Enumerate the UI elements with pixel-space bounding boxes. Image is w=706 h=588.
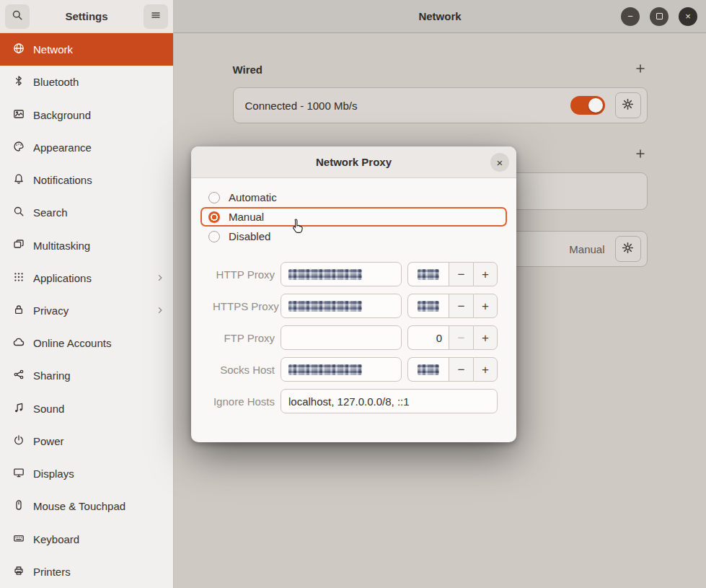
decrement-button[interactable]: −	[449, 262, 473, 286]
sidebar-item-label: Keyboard	[33, 533, 164, 545]
ignore-hosts-input[interactable]: localhost, 127.0.0.0/8, ::1	[281, 389, 498, 413]
sidebar-item-label: Online Accounts	[33, 337, 164, 349]
wired-settings-button[interactable]	[615, 92, 641, 118]
radio-disabled[interactable]: Disabled	[200, 227, 507, 246]
plus-icon	[635, 63, 646, 76]
wired-section-title: Wired	[233, 63, 263, 76]
sidebar-item-online-accounts[interactable]: Online Accounts	[0, 327, 173, 359]
redacted-host-value	[288, 269, 362, 280]
http-port-value[interactable]	[407, 262, 449, 286]
http-port-spinner: − +	[407, 262, 498, 286]
chevron-right-icon	[156, 273, 164, 282]
http-proxy-input[interactable]	[281, 262, 402, 286]
toggle-knob	[588, 98, 603, 113]
https-proxy-input[interactable]	[281, 294, 402, 318]
plus-icon	[635, 148, 646, 162]
decrement-button[interactable]: −	[449, 357, 473, 382]
increment-button[interactable]: +	[473, 294, 498, 318]
sidebar-item-sound[interactable]: Sound	[0, 392, 173, 425]
sidebar-item-power[interactable]: Power	[0, 425, 173, 457]
proxy-settings-button[interactable]	[615, 236, 641, 262]
app-grid-icon	[13, 271, 25, 285]
chevron-right-icon	[156, 306, 164, 315]
cloud-icon	[13, 336, 25, 350]
mouse-icon	[13, 499, 25, 513]
sidebar-item-network[interactable]: Network	[0, 33, 173, 66]
field-label: Socks Host	[213, 364, 275, 376]
add-wired-connection-button[interactable]	[633, 61, 648, 78]
sidebar-item-keyboard[interactable]: Keyboard	[0, 523, 173, 556]
ftp-proxy-row: FTP Proxy 0 − +	[213, 325, 495, 350]
decrement-button[interactable]: −	[449, 294, 473, 318]
close-button[interactable]: ×	[679, 7, 697, 26]
sidebar-item-label: Mouse & Touchpad	[33, 500, 164, 512]
dialog-header: Network Proxy ×	[191, 146, 516, 178]
radio-label: Automatic	[229, 191, 277, 203]
socks-host-input[interactable]	[281, 357, 402, 382]
sidebar-item-sharing[interactable]: Sharing	[0, 359, 173, 392]
sidebar-item-label: Applications	[33, 272, 147, 284]
maximize-button[interactable]	[650, 7, 669, 26]
radio-icon	[208, 231, 220, 242]
keyboard-icon	[13, 532, 25, 546]
sidebar-item-bluetooth[interactable]: Bluetooth	[0, 66, 173, 98]
https-port-value[interactable]	[407, 294, 449, 318]
sidebar-item-search[interactable]: Search	[0, 196, 173, 229]
share-icon	[13, 369, 25, 382]
power-icon	[13, 434, 25, 448]
sidebar-item-privacy[interactable]: Privacy	[0, 294, 173, 327]
redacted-port-value	[418, 269, 439, 280]
main-headerbar: Network − ×	[174, 0, 706, 33]
settings-title: Settings	[34, 10, 139, 22]
increment-button[interactable]: +	[473, 325, 498, 350]
sidebar-item-label: Sharing	[33, 369, 164, 382]
decrement-button[interactable]: −	[449, 325, 473, 350]
appearance-icon	[13, 141, 25, 154]
sidebar-item-label: Printers	[33, 566, 164, 578]
wired-toggle[interactable]	[570, 96, 605, 115]
sidebar-item-label: Displays	[33, 468, 164, 480]
sidebar-item-displays[interactable]: Displays	[0, 457, 173, 490]
hamburger-icon	[150, 9, 162, 23]
https-proxy-row: HTTPS Proxy − +	[213, 294, 495, 318]
menu-button[interactable]	[144, 4, 168, 29]
wired-section: Wired Connected - 1000 Mb/s	[233, 61, 648, 123]
field-label: HTTP Proxy	[213, 268, 275, 281]
close-icon: ×	[497, 157, 503, 168]
minimize-icon: −	[627, 12, 633, 21]
sidebar-item-mouse-touchpad[interactable]: Mouse & Touchpad	[0, 490, 173, 522]
add-vpn-button[interactable]	[633, 146, 648, 163]
search-button[interactable]	[5, 4, 30, 29]
wired-connection-row: Connected - 1000 Mb/s	[233, 87, 648, 123]
sidebar-item-label: Privacy	[33, 304, 147, 317]
https-port-spinner: − +	[407, 294, 498, 318]
radio-automatic[interactable]: Automatic	[200, 188, 507, 207]
gear-icon	[622, 98, 634, 113]
sidebar-item-applications[interactable]: Applications	[0, 262, 173, 294]
radio-manual[interactable]: Manual	[200, 207, 507, 227]
sidebar-item-label: Background	[33, 109, 164, 121]
background-icon	[13, 108, 25, 122]
sidebar-item-label: Search	[33, 206, 164, 219]
proxy-mode-value: Manual	[569, 243, 604, 255]
increment-button[interactable]: +	[473, 262, 498, 286]
dialog-close-button[interactable]: ×	[490, 153, 509, 172]
sidebar-item-notifications[interactable]: Notifications	[0, 164, 173, 196]
increment-button[interactable]: +	[473, 357, 498, 382]
socks-port-value[interactable]	[407, 357, 449, 382]
monitor-icon	[13, 467, 25, 481]
bluetooth-icon	[13, 75, 25, 89]
sidebar-item-appearance[interactable]: Appearance	[0, 131, 173, 164]
search-icon	[13, 206, 25, 219]
page-title: Network	[418, 10, 461, 22]
search-icon	[12, 9, 23, 23]
radio-checked-icon	[208, 211, 220, 223]
minimize-button[interactable]: −	[621, 7, 640, 26]
ftp-port-value[interactable]: 0	[407, 325, 449, 350]
sidebar-item-background[interactable]: Background	[0, 98, 173, 131]
ftp-proxy-input[interactable]	[281, 325, 402, 350]
sidebar-item-printers[interactable]: Printers	[0, 556, 173, 588]
connection-status: Connected - 1000 Mb/s	[245, 100, 570, 112]
radio-label: Manual	[229, 211, 264, 223]
sidebar-item-multitasking[interactable]: Multitasking	[0, 229, 173, 261]
